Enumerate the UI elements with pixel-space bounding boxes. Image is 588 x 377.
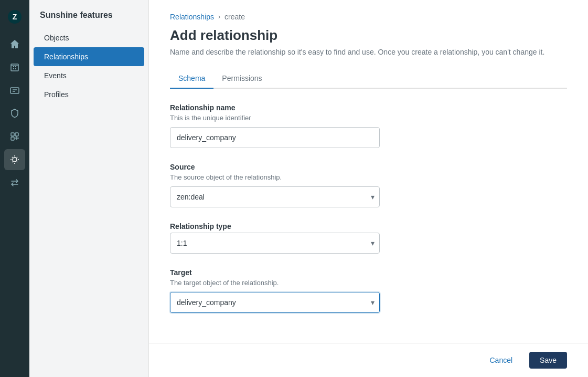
- relationship-name-section: Relationship name This is the unique ide…: [170, 103, 567, 148]
- tabs: Schema Permissions: [170, 69, 567, 89]
- cancel-button[interactable]: Cancel: [479, 352, 523, 369]
- logo: Z: [4, 6, 25, 27]
- svg-point-15: [13, 158, 17, 162]
- sunshine-icon[interactable]: [4, 149, 25, 170]
- building-icon[interactable]: [4, 57, 25, 78]
- target-label: Target: [170, 268, 567, 277]
- svg-rect-2: [11, 64, 18, 71]
- home-icon[interactable]: [4, 34, 25, 55]
- svg-rect-11: [15, 133, 18, 136]
- relationship-type-select-wrapper: 1:1 1:N N:N ▾: [170, 233, 380, 254]
- svg-rect-4: [15, 66, 16, 67]
- svg-rect-7: [10, 88, 19, 93]
- icon-sidebar: Z: [0, 0, 29, 377]
- relationship-name-label: Relationship name: [170, 103, 567, 112]
- tab-schema[interactable]: Schema: [170, 69, 213, 89]
- svg-line-22: [12, 162, 13, 162]
- target-select-wrapper: delivery_company zen:user zen:ticket ▾: [170, 292, 380, 313]
- shield-icon[interactable]: [4, 103, 25, 124]
- breadcrumb: Relationships › create: [170, 13, 567, 21]
- target-hint: The target object of the relationship.: [170, 279, 567, 287]
- grid-plus-icon[interactable]: [4, 126, 25, 147]
- page-subtitle: Name and describe the relationship so it…: [170, 48, 567, 56]
- svg-text:Z: Z: [13, 13, 17, 21]
- sidebar-item-objects[interactable]: Objects: [34, 28, 144, 47]
- svg-line-23: [17, 157, 17, 158]
- save-button[interactable]: Save: [529, 352, 567, 369]
- main-content: Relationships › create Add relationship …: [149, 0, 588, 377]
- breadcrumb-current: create: [224, 13, 245, 21]
- svg-rect-6: [15, 68, 16, 69]
- relationship-type-select[interactable]: 1:1 1:N N:N: [170, 233, 380, 254]
- sidebar-item-relationships[interactable]: Relationships: [34, 47, 144, 66]
- svg-rect-3: [13, 66, 14, 67]
- relationship-type-label: Relationship type: [170, 222, 567, 231]
- sidebar-item-profiles[interactable]: Profiles: [34, 85, 144, 104]
- source-select[interactable]: zen:deal zen:user zen:ticket zen:organiz…: [170, 186, 380, 207]
- page-title: Add relationship: [170, 27, 567, 44]
- target-select[interactable]: delivery_company zen:user zen:ticket: [170, 292, 380, 313]
- tab-permissions[interactable]: Permissions: [213, 69, 270, 89]
- source-label: Source: [170, 163, 567, 171]
- relationship-name-hint: This is the unique identifier: [170, 114, 567, 122]
- source-hint: The source object of the relationship.: [170, 173, 567, 181]
- svg-rect-12: [11, 137, 14, 140]
- nav-sidebar-header: Sunshine features: [29, 0, 148, 28]
- svg-line-20: [12, 157, 13, 158]
- relationship-name-input[interactable]: [170, 127, 380, 148]
- transfer-icon[interactable]: [4, 172, 25, 193]
- ticket-icon[interactable]: [4, 80, 25, 101]
- footer: Cancel Save: [149, 343, 588, 377]
- target-section: Target The target object of the relation…: [170, 268, 567, 313]
- svg-line-21: [17, 162, 17, 162]
- breadcrumb-link[interactable]: Relationships: [170, 13, 214, 21]
- source-select-wrapper: zen:deal zen:user zen:ticket zen:organiz…: [170, 186, 380, 207]
- nav-sidebar: Sunshine features Objects Relationships …: [29, 0, 149, 377]
- svg-rect-10: [11, 133, 14, 136]
- relationship-type-section: Relationship type 1:1 1:N N:N ▾: [170, 222, 567, 254]
- source-section: Source The source object of the relation…: [170, 163, 567, 207]
- sidebar-item-events[interactable]: Events: [34, 66, 144, 85]
- svg-rect-5: [13, 68, 14, 69]
- breadcrumb-separator: ›: [218, 13, 220, 20]
- content-area: Relationships › create Add relationship …: [149, 0, 588, 343]
